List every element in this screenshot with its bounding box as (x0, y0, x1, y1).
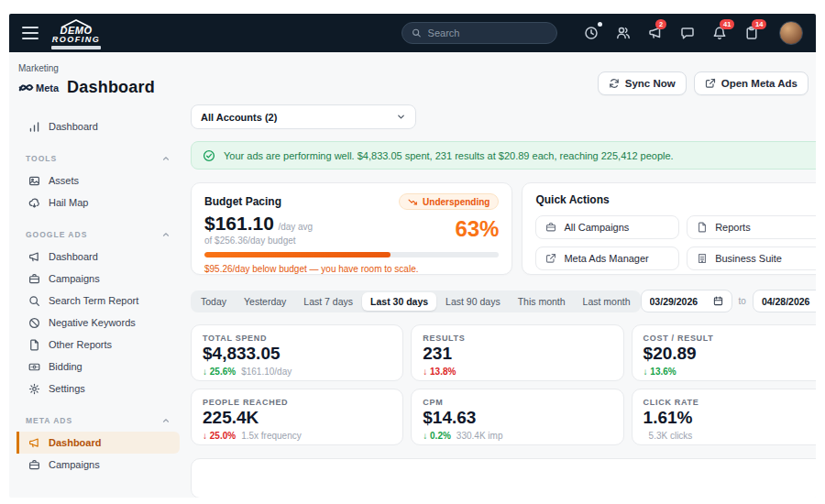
sidebar-item-gads-campaigns[interactable]: Campaigns (16, 268, 180, 290)
meta-logo: Meta (18, 82, 59, 93)
section-google-ads[interactable]: GOOGLE ADS (16, 230, 180, 239)
briefcase-icon (28, 273, 40, 285)
breadcrumb: Marketing (18, 63, 155, 73)
tab-this-month[interactable]: This month (510, 292, 574, 311)
date-to-input[interactable] (762, 296, 816, 307)
status-dot (598, 22, 602, 27)
sidebar-item-settings[interactable]: Settings (16, 378, 180, 400)
tasks-button[interactable]: 14 (743, 25, 760, 41)
chat-button[interactable] (679, 25, 696, 41)
page-title: Dashboard (67, 78, 155, 97)
sidebar-item-meta-dashboard[interactable]: Dashboard (16, 432, 180, 454)
daily-avg-suffix: /day avg (278, 222, 313, 232)
notifications-button[interactable]: 41 (711, 25, 728, 41)
app-window: DEMO ROOFING 2 41 (9, 14, 816, 498)
building-icon (697, 253, 708, 264)
sidebar-item-meta-campaigns[interactable]: Campaigns (16, 454, 180, 476)
menu-icon[interactable] (22, 27, 38, 39)
tab-today[interactable]: Today (192, 292, 235, 311)
sidebar-item-assets[interactable]: Assets (16, 170, 180, 192)
date-from-field[interactable] (641, 290, 732, 312)
budget-line: of $256.36/day budget (204, 236, 313, 246)
company-logo[interactable]: DEMO ROOFING (51, 17, 101, 49)
underspending-label: Underspending (423, 197, 490, 207)
sidebar-item-gads-dashboard[interactable]: Dashboard (16, 246, 180, 268)
kpi-label: COST / RESULT (644, 334, 816, 343)
business-suite-button[interactable]: Business Suite (687, 247, 816, 270)
tab-last-90-days[interactable]: Last 90 days (437, 292, 509, 311)
sidebar-item-hail-map[interactable]: Hail Map (16, 192, 180, 214)
external-link-icon (705, 78, 716, 89)
notifications-badge: 41 (720, 19, 734, 29)
history-button[interactable] (583, 25, 600, 41)
sync-now-label: Sync Now (625, 78, 676, 89)
daily-avg-value: $161.10 (204, 213, 274, 234)
date-range-tabs: Today Yesterday Last 7 days Last 30 days… (191, 290, 641, 312)
search-box[interactable] (402, 22, 557, 44)
logo-banner (51, 46, 101, 49)
logo-line2: ROOFING (52, 36, 101, 44)
content-column: All Accounts (2) Your ads are performing… (189, 103, 816, 498)
section-meta-ads[interactable]: META ADS (16, 416, 180, 425)
sidebar-item-label: Other Reports (49, 339, 112, 350)
reports-button[interactable]: Reports (687, 215, 816, 239)
sidebar-item-label: Settings (49, 383, 85, 394)
tab-yesterday[interactable]: Yesterday (236, 292, 294, 311)
sidebar-item-negative-keywords[interactable]: Negative Keywords (16, 312, 180, 334)
ban-icon (28, 317, 40, 329)
chevron-down-icon (396, 112, 406, 122)
user-avatar[interactable] (779, 21, 803, 45)
megaphone-icon (28, 251, 40, 263)
clock-icon (584, 26, 599, 40)
section-tools[interactable]: TOOLS (16, 154, 180, 163)
logo-line1: DEMO (60, 26, 93, 36)
users-button[interactable] (615, 25, 632, 41)
tab-last-month[interactable]: Last month (575, 292, 639, 311)
sidebar-item-label: Dashboard (49, 437, 101, 448)
reports-label: Reports (715, 222, 751, 233)
account-select[interactable]: All Accounts (2) (191, 104, 416, 129)
kpi-delta: ↓ 0.2% (423, 431, 451, 441)
sidebar-item-label: Dashboard (49, 251, 98, 262)
kpi-total-spend: TOTAL SPEND $4,833.05 ↓ 25.6%$161.10/day (191, 324, 403, 381)
kpi-label: CPM (423, 398, 611, 407)
sidebar-item-label: Hail Map (49, 197, 88, 208)
check-circle-icon (203, 149, 215, 162)
open-meta-ads-label: Open Meta Ads (721, 78, 798, 89)
hail-cloud-icon (28, 197, 40, 209)
tab-last-7-days[interactable]: Last 7 days (295, 292, 361, 311)
kpi-cost-per-result: COST / RESULT $20.89 ↓ 13.6% (632, 324, 816, 381)
search-icon (412, 27, 422, 38)
announcements-button[interactable]: 2 (647, 25, 664, 41)
open-meta-ads-button[interactable]: Open Meta Ads (694, 71, 808, 95)
tab-last-30-days[interactable]: Last 30 days (362, 292, 436, 311)
kpi-results: RESULTS 231 ↓ 13.8% (411, 324, 623, 381)
sidebar-item-label: Negative Keywords (49, 317, 136, 328)
sidebar-item-dashboard[interactable]: Dashboard (16, 115, 180, 137)
all-campaigns-button[interactable]: All Campaigns (535, 215, 679, 239)
sync-now-button[interactable]: Sync Now (598, 71, 687, 95)
kpi-delta: ↓ 25.0% (203, 431, 236, 441)
sidebar-item-label: Campaigns (49, 273, 100, 284)
meta-infinity-icon (18, 82, 34, 93)
performance-banner-text: Your ads are performing well. $4,833.05 … (224, 150, 674, 161)
file-icon (697, 222, 708, 233)
banknote-icon (28, 361, 40, 373)
users-icon (616, 26, 631, 40)
sidebar-item-search-term-report[interactable]: Search Term Report (16, 290, 180, 312)
kpi-delta: ↓ 13.8% (423, 367, 456, 377)
chevron-up-icon (161, 416, 170, 425)
kpi-value: $4,833.05 (203, 345, 391, 364)
kpi-value: 225.4K (203, 409, 391, 428)
meta-ads-manager-button[interactable]: Meta Ads Manager (535, 247, 679, 270)
sidebar-item-other-reports[interactable]: Other Reports (16, 334, 180, 356)
kpi-value: 1.61% (644, 409, 816, 428)
search-input[interactable] (428, 27, 547, 38)
date-to-field[interactable] (753, 290, 816, 312)
date-from-input[interactable] (650, 296, 707, 307)
kpi-click-rate: CLICK RATE 1.61% 5.3K clicks (632, 389, 816, 445)
sidebar-item-bidding[interactable]: Bidding (16, 356, 180, 378)
kpi-label: RESULTS (423, 334, 611, 343)
image-icon (28, 175, 40, 187)
bar-chart-icon (28, 121, 40, 133)
